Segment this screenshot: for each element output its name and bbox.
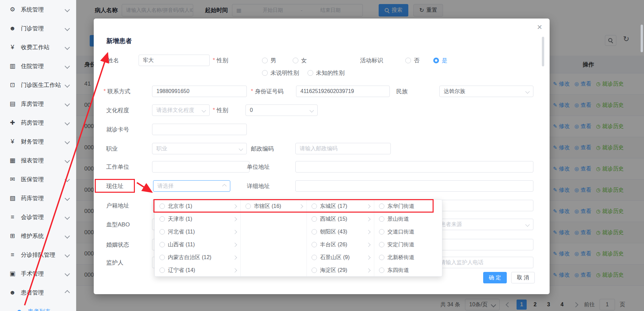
radio-checked-icon[interactable] — [433, 58, 439, 63]
guardian-phone-input[interactable]: 请输入监护人电话 — [436, 257, 533, 268]
cascader-option[interactable]: 市辖区 (16) — [241, 200, 306, 213]
radio-icon[interactable] — [312, 204, 317, 209]
sidebar-item-consultation[interactable]: ≡会诊管理 — [0, 208, 76, 226]
cascader-option[interactable]: 山西省 (11) — [155, 238, 240, 251]
cascader-option[interactable]: 辽宁省 (14) — [155, 264, 240, 276]
contact-input[interactable]: 19880991650 — [152, 86, 247, 97]
radio-icon[interactable] — [379, 242, 384, 247]
chevron-down-icon — [65, 177, 70, 182]
occupation-select[interactable]: 职业 — [152, 143, 247, 154]
gender-select[interactable]: 0 — [245, 104, 318, 116]
radio-female[interactable]: 女 — [293, 55, 307, 66]
patient-source-select[interactable]: 患者来源 — [436, 219, 533, 230]
sidebar-item-inpatient[interactable]: ▥住院管理 — [0, 57, 76, 75]
sidebar-item-drug-store[interactable]: ▧药库管理 — [0, 189, 76, 208]
radio-icon[interactable] — [245, 204, 251, 209]
radio-icon[interactable] — [159, 229, 165, 235]
radio-icon[interactable] — [159, 242, 165, 247]
ethnicity-select[interactable]: 达斡尔族 — [439, 86, 533, 97]
radio-icon[interactable] — [293, 58, 298, 63]
cascader-option[interactable]: 西城区 (15) — [307, 213, 374, 225]
radio-icon[interactable] — [379, 268, 384, 273]
sidebar-item-maintenance[interactable]: ⊞维护系统 — [0, 226, 76, 245]
radio-yes[interactable]: 是 — [433, 55, 447, 66]
sidebar-item-outpatient[interactable]: ☻门诊管理 — [0, 19, 76, 38]
detail-address-input[interactable] — [295, 180, 533, 192]
unit-address-input[interactable] — [295, 161, 533, 173]
radio-icon[interactable] — [379, 204, 384, 209]
cascader-option[interactable]: 东四街道 — [374, 264, 442, 276]
work-unit-input[interactable] — [152, 161, 250, 173]
radio-no[interactable]: 否 — [405, 55, 419, 66]
name-input[interactable]: 牢大 — [139, 55, 210, 66]
sidebar-item-patient-list[interactable]: ☻ 患者列表 — [0, 302, 76, 311]
radio-icon[interactable] — [379, 255, 384, 260]
sidebar-item-insurance[interactable]: ✉医保管理 — [0, 170, 76, 189]
radio-icon[interactable] — [262, 58, 268, 63]
radio-icon[interactable] — [159, 216, 165, 222]
cascader-option-label: 景山街道 — [387, 216, 409, 223]
guardian-label: 监护人 — [106, 257, 123, 268]
sidebar-item-triage-queue[interactable]: ≡分诊排队管理 — [0, 245, 76, 264]
marital-extra-input[interactable] — [436, 239, 533, 250]
sidebar-item-warehouse[interactable]: ▤库房管理 — [0, 94, 76, 113]
id-number-input[interactable]: 411625192602039719 — [296, 86, 390, 97]
close-icon[interactable]: × — [537, 23, 542, 31]
sidebar-item-surgery[interactable]: ▣手术管理 — [0, 264, 76, 283]
household-detail-input[interactable] — [436, 200, 533, 211]
confirm-button[interactable]: 确 定 — [483, 272, 507, 283]
cascader-option[interactable]: 交道口街道 — [374, 225, 442, 238]
cascader-option[interactable]: 东华门街道 — [374, 200, 442, 213]
radio-icon[interactable] — [312, 255, 317, 260]
sidebar-item-system[interactable]: ⚙系统管理 — [0, 0, 76, 19]
radio-icon[interactable] — [159, 204, 165, 209]
radio-icon[interactable] — [312, 268, 317, 273]
address-cascader-dropdown: 北京市 (1)天津市 (1)河北省 (11)山西省 (11)内蒙古自治区 (12… — [154, 199, 442, 277]
radio-icon[interactable] — [405, 58, 411, 63]
radio-icon[interactable] — [312, 216, 317, 222]
list-icon: ≡ — [8, 214, 17, 221]
cascader-option[interactable]: 安定门街道 — [374, 238, 442, 251]
cascader-option[interactable]: 朝阳区 (43) — [307, 225, 374, 238]
active-flag-label: 活动标识 — [360, 55, 383, 66]
sidebar-item-finance[interactable]: ¥财务管理 — [0, 132, 76, 151]
radio-icon[interactable] — [379, 216, 384, 222]
radio-icon[interactable] — [308, 70, 313, 76]
sidebar-item-pharmacy[interactable]: ✚药房管理 — [0, 113, 76, 132]
visit-card-input[interactable] — [152, 124, 247, 135]
postal-code-input[interactable]: 请输入邮政编码 — [295, 143, 391, 154]
cascader-option[interactable]: 东城区 (17) — [307, 200, 374, 213]
cascader-option[interactable]: 景山街道 — [374, 213, 442, 225]
sidebar-item-label: 药库管理 — [21, 194, 65, 202]
cascader-option[interactable]: 河北省 (11) — [155, 225, 240, 238]
cancel-button[interactable]: 取 消 — [511, 272, 535, 283]
cascader-option[interactable]: 天津市 (1) — [155, 213, 240, 225]
sidebar-item-patient[interactable]: ☻患者管理 — [0, 283, 76, 302]
sidebar-item-report[interactable]: ▦报表管理 — [0, 151, 76, 170]
radio-icon[interactable] — [312, 229, 317, 235]
radio-icon[interactable] — [262, 70, 268, 76]
sidebar-item-doctor-station[interactable]: ⊡门诊医生工作站 — [0, 75, 76, 94]
page-scrollbar[interactable] — [641, 25, 643, 52]
education-select[interactable]: 请选择文化程度 — [152, 104, 210, 116]
radio-icon[interactable] — [159, 255, 165, 260]
document-icon: ▤ — [8, 100, 17, 107]
cascader-option-label: 内蒙古自治区 (12) — [168, 254, 211, 261]
radio-unknown-gender[interactable]: 未知的性别 — [308, 67, 345, 79]
radio-male[interactable]: 男 — [262, 55, 276, 66]
radio-unexplained-gender[interactable]: 未说明性别 — [262, 67, 299, 79]
sidebar-item-charging-station[interactable]: ¥收费工作站 — [0, 38, 76, 57]
cascader-option[interactable]: 海淀区 (29) — [307, 264, 374, 276]
cascader-option[interactable]: 北京市 (1) — [155, 200, 240, 213]
modal-scrollbar[interactable] — [542, 37, 544, 66]
radio-icon[interactable] — [159, 268, 165, 273]
radio-icon[interactable] — [379, 229, 384, 235]
chevron-down-icon — [65, 214, 70, 220]
cascader-option[interactable]: 丰台区 (26) — [307, 238, 374, 251]
radio-icon[interactable] — [312, 242, 317, 247]
sidebar-item-label: 门诊医生工作站 — [21, 81, 65, 89]
cascader-option[interactable]: 内蒙古自治区 (12) — [155, 251, 240, 264]
current-address-select[interactable]: 请选择 — [153, 180, 230, 192]
cascader-option[interactable]: 石景山区 (9) — [307, 251, 374, 264]
cascader-option[interactable]: 北新桥街道 — [374, 251, 442, 264]
